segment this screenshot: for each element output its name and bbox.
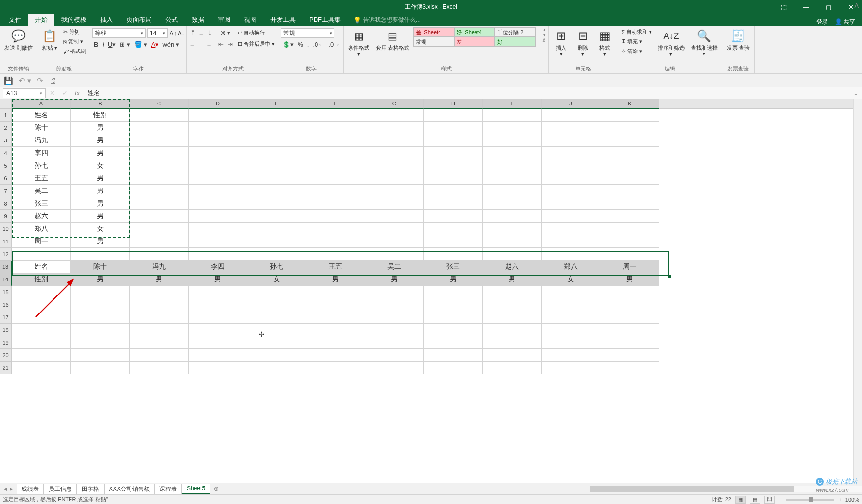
cell[interactable] bbox=[189, 172, 247, 185]
row-header-12[interactable]: 12 bbox=[0, 248, 12, 261]
cell[interactable] bbox=[189, 197, 247, 210]
cell[interactable]: 男 bbox=[71, 134, 130, 147]
cell[interactable] bbox=[424, 248, 483, 261]
tab-file[interactable]: 文件 bbox=[2, 14, 28, 26]
cell[interactable] bbox=[130, 349, 189, 362]
cell[interactable] bbox=[130, 172, 189, 185]
cell[interactable] bbox=[12, 311, 71, 324]
enter-formula-icon[interactable]: ✓ bbox=[58, 89, 71, 97]
cell[interactable] bbox=[365, 298, 424, 311]
col-header-H[interactable]: H bbox=[424, 99, 483, 109]
cell[interactable] bbox=[247, 248, 306, 261]
style-good-sheet4[interactable]: 好_Sheet4 bbox=[454, 27, 495, 37]
cell[interactable] bbox=[424, 298, 483, 311]
cell[interactable]: 陈十 bbox=[71, 261, 130, 273]
cell[interactable] bbox=[483, 298, 542, 311]
cell[interactable] bbox=[365, 336, 424, 349]
zoom-level[interactable]: 100% bbox=[845, 497, 859, 503]
sheet-tab[interactable]: XXX公司销售额 bbox=[104, 484, 155, 494]
row-header-16[interactable]: 16 bbox=[0, 298, 12, 311]
cell[interactable] bbox=[542, 172, 600, 185]
cell[interactable] bbox=[483, 197, 542, 210]
cell[interactable]: 男 bbox=[71, 147, 130, 159]
cell[interactable] bbox=[306, 185, 365, 197]
cell[interactable]: 男 bbox=[306, 273, 365, 286]
tab-review[interactable]: 审阅 bbox=[211, 14, 237, 26]
cell[interactable] bbox=[365, 324, 424, 336]
col-header-I[interactable]: I bbox=[483, 99, 542, 109]
cell[interactable]: 性别 bbox=[12, 273, 71, 286]
style-bad[interactable]: 差 bbox=[454, 37, 495, 47]
insert-function-icon[interactable]: fx bbox=[71, 89, 84, 97]
cell[interactable] bbox=[247, 286, 306, 298]
cell[interactable] bbox=[247, 197, 306, 210]
cell[interactable] bbox=[247, 185, 306, 197]
cell[interactable] bbox=[247, 134, 306, 147]
row-header-14[interactable]: 14 bbox=[0, 273, 12, 286]
cancel-formula-icon[interactable]: ✕ bbox=[46, 89, 58, 97]
percent-icon[interactable]: % bbox=[296, 40, 305, 49]
minimize-button[interactable]: — bbox=[795, 0, 817, 14]
cell[interactable]: 周一 bbox=[12, 235, 71, 248]
sheet-nav-last-icon[interactable]: ▸ bbox=[9, 486, 14, 492]
phonetic-button[interactable]: wén ▾ bbox=[161, 40, 180, 49]
cell[interactable] bbox=[365, 109, 424, 122]
styles-scroll-down-icon[interactable]: ▼ bbox=[542, 33, 546, 37]
currency-icon[interactable]: 💲▾ bbox=[281, 40, 295, 49]
col-header-F[interactable]: F bbox=[306, 99, 365, 109]
paste-button[interactable]: 📋 粘贴 ▾ bbox=[39, 27, 60, 52]
cell[interactable] bbox=[600, 134, 659, 147]
formula-input[interactable]: 姓名 bbox=[84, 89, 849, 98]
cell[interactable]: 吴二 bbox=[12, 185, 71, 197]
cell[interactable] bbox=[247, 336, 306, 349]
row-header-18[interactable]: 18 bbox=[0, 324, 12, 336]
zoom-out-icon[interactable]: − bbox=[779, 497, 782, 503]
cell[interactable] bbox=[306, 210, 365, 223]
cell[interactable] bbox=[483, 349, 542, 362]
page-break-view-icon[interactable]: 凹 bbox=[764, 496, 775, 504]
save-icon[interactable]: 💾 bbox=[4, 76, 13, 85]
zoom-in-icon[interactable]: + bbox=[838, 497, 841, 503]
cell[interactable] bbox=[189, 235, 247, 248]
cell[interactable] bbox=[247, 349, 306, 362]
tab-data[interactable]: 数据 bbox=[185, 14, 211, 26]
cell[interactable]: 女 bbox=[71, 159, 130, 172]
cell[interactable]: 赵六 bbox=[483, 261, 542, 273]
style-bad-sheet4[interactable]: 差_Sheet4 bbox=[413, 27, 454, 37]
cell[interactable] bbox=[12, 298, 71, 311]
cell[interactable] bbox=[306, 311, 365, 324]
cell[interactable] bbox=[424, 172, 483, 185]
cell[interactable]: 男 bbox=[71, 273, 130, 286]
cell[interactable] bbox=[542, 235, 600, 248]
row-header-5[interactable]: 5 bbox=[0, 159, 12, 172]
align-left-icon[interactable]: ≡ bbox=[189, 39, 195, 49]
cell[interactable] bbox=[483, 235, 542, 248]
cell[interactable] bbox=[247, 147, 306, 159]
cell[interactable] bbox=[306, 248, 365, 261]
cell[interactable] bbox=[542, 311, 600, 324]
row-header-21[interactable]: 21 bbox=[0, 362, 12, 374]
cell[interactable] bbox=[424, 134, 483, 147]
fill-handle[interactable] bbox=[668, 275, 671, 278]
cell[interactable] bbox=[306, 197, 365, 210]
row-header-8[interactable]: 8 bbox=[0, 197, 12, 210]
cell[interactable] bbox=[247, 223, 306, 235]
cell[interactable] bbox=[424, 362, 483, 374]
cell[interactable] bbox=[306, 298, 365, 311]
cell[interactable] bbox=[600, 336, 659, 349]
cell[interactable] bbox=[542, 286, 600, 298]
col-header-K[interactable]: K bbox=[600, 99, 659, 109]
cell[interactable] bbox=[365, 147, 424, 159]
align-center-icon[interactable]: ≣ bbox=[196, 39, 205, 49]
cell[interactable] bbox=[71, 362, 130, 374]
spreadsheet-grid[interactable]: 123456789101112131415161718192021 ABCDEF… bbox=[0, 99, 862, 483]
row-header-15[interactable]: 15 bbox=[0, 286, 12, 298]
cell[interactable]: 男 bbox=[71, 172, 130, 185]
cell[interactable] bbox=[130, 122, 189, 134]
cell[interactable]: 女 bbox=[542, 273, 600, 286]
cell[interactable] bbox=[365, 122, 424, 134]
tab-view[interactable]: 视图 bbox=[237, 14, 264, 26]
col-header-C[interactable]: C bbox=[130, 99, 189, 109]
cell[interactable] bbox=[600, 172, 659, 185]
cell[interactable]: 性别 bbox=[71, 109, 130, 122]
